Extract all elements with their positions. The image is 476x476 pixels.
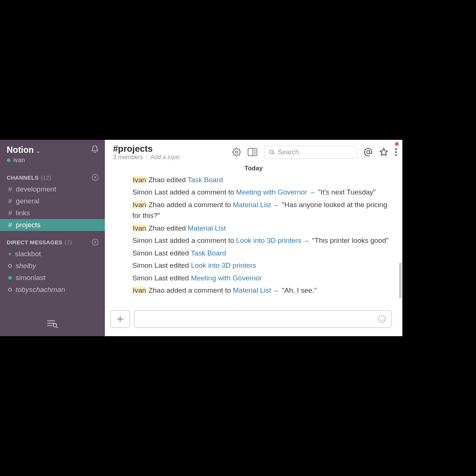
quick-switcher[interactable] bbox=[0, 312, 105, 336]
add-dm-icon[interactable] bbox=[91, 238, 99, 246]
comment-quote: "It's next Tuesday" bbox=[318, 188, 376, 196]
chevron-down-icon: ⌄ bbox=[36, 148, 41, 154]
presence-online-icon bbox=[8, 276, 12, 280]
comment-quote: "This printer looks good" bbox=[312, 237, 389, 244]
hash-icon: # bbox=[8, 185, 12, 193]
channel-heading: #projects 3 members | Add a topic bbox=[113, 144, 180, 161]
dm-name: tobyschachman bbox=[16, 286, 65, 294]
target-link[interactable]: Meeting with Governor bbox=[191, 274, 262, 282]
activity-row: Simon Last edited Task Board bbox=[132, 248, 392, 258]
hash-icon: # bbox=[8, 209, 12, 217]
target-link[interactable]: Task Board bbox=[188, 176, 223, 184]
main-pane: #projects 3 members | Add a topic bbox=[105, 140, 402, 336]
target-link[interactable]: Material List bbox=[233, 286, 271, 294]
search-input[interactable] bbox=[278, 148, 352, 156]
search-icon bbox=[269, 149, 275, 155]
sidebar-channel-links[interactable]: #links bbox=[0, 207, 105, 219]
channel-list: #development#general#links#projects bbox=[0, 183, 105, 231]
workspace-header: Notion ⌄ ivan bbox=[0, 140, 105, 166]
sidebar-channel-projects[interactable]: #projects bbox=[0, 219, 105, 231]
channel-title: #projects bbox=[113, 144, 180, 154]
target-link[interactable]: Task Board bbox=[191, 249, 226, 257]
search-box[interactable] bbox=[264, 146, 357, 159]
target-link[interactable]: Material List bbox=[188, 224, 226, 232]
toggle-pane-icon[interactable] bbox=[248, 148, 257, 156]
target-link[interactable]: Material List bbox=[233, 201, 271, 209]
svg-point-17 bbox=[270, 150, 273, 154]
sidebar-dm-slackbot[interactable]: ♥slackbot bbox=[0, 248, 105, 260]
sidebar: Notion ⌄ ivan CHANNELS (12) #developmen bbox=[0, 140, 105, 336]
dm-name: simonlast bbox=[16, 274, 45, 282]
dm-list: ♥slackbotshelbysimonlasttobyschachman bbox=[0, 248, 105, 296]
sidebar-dm-shelby[interactable]: shelby bbox=[0, 260, 105, 272]
hash-icon: # bbox=[8, 197, 12, 205]
presence-idle-icon bbox=[8, 288, 12, 292]
activity-row: Ivan Zhao edited Material List bbox=[132, 223, 392, 234]
current-user[interactable]: ivan bbox=[7, 157, 41, 164]
target-link[interactable]: Look into 3D printers bbox=[236, 237, 301, 244]
presence-idle-icon bbox=[8, 264, 12, 268]
settings-icon[interactable] bbox=[232, 148, 241, 157]
sidebar-dm-simonlast[interactable]: simonlast bbox=[0, 272, 105, 284]
svg-marker-20 bbox=[380, 148, 387, 155]
channels-count: (12) bbox=[41, 174, 51, 181]
channels-label: CHANNELS bbox=[7, 174, 39, 181]
highlighted-name: Ivan bbox=[132, 201, 147, 209]
highlighted-name: Ivan bbox=[132, 286, 147, 294]
highlighted-name: Ivan bbox=[132, 176, 147, 184]
channel-name: general bbox=[16, 197, 39, 205]
svg-point-23 bbox=[395, 154, 397, 156]
composer bbox=[105, 306, 402, 336]
activity-row: Simon Last edited Look into 3D printers bbox=[132, 260, 392, 271]
channel-name: development bbox=[16, 185, 57, 193]
svg-point-26 bbox=[379, 316, 385, 322]
separator: | bbox=[146, 154, 147, 161]
emoji-icon[interactable] bbox=[378, 315, 386, 323]
date-separator: Today bbox=[105, 164, 402, 174]
message-input[interactable] bbox=[140, 311, 378, 327]
comment-quote: "Ah, I see." bbox=[282, 286, 317, 294]
mentions-icon[interactable] bbox=[364, 148, 373, 157]
activity-row: Simon Last added a comment to Meeting wi… bbox=[132, 187, 392, 197]
channel-name: projects bbox=[16, 221, 41, 229]
sidebar-channel-development[interactable]: #development bbox=[0, 183, 105, 195]
dm-name: slackbot bbox=[15, 250, 41, 258]
target-link[interactable]: Look into 3D printers bbox=[191, 261, 256, 269]
dms-label: DIRECT MESSAGES bbox=[7, 239, 62, 245]
scrollbar[interactable] bbox=[399, 263, 402, 298]
activity-feed[interactable]: Ivan Zhao edited Task BoardSimon Last ad… bbox=[105, 174, 402, 306]
attach-button[interactable] bbox=[110, 310, 130, 328]
bell-icon[interactable] bbox=[91, 145, 99, 153]
activity-row: Ivan Zhao edited Task Board bbox=[132, 174, 392, 185]
dm-name: shelby bbox=[16, 262, 36, 270]
hash-icon: # bbox=[8, 221, 12, 229]
activity-row: Ivan Zhao added a comment to Material Li… bbox=[132, 199, 392, 221]
dms-count: (7) bbox=[65, 239, 72, 245]
channel-members[interactable]: 3 members bbox=[113, 154, 143, 161]
notification-dot-icon bbox=[395, 142, 399, 146]
heart-icon: ♥ bbox=[8, 251, 11, 257]
svg-point-21 bbox=[395, 148, 397, 150]
more-icon[interactable] bbox=[395, 148, 397, 156]
add-channel-icon[interactable] bbox=[91, 174, 99, 181]
channel-name: links bbox=[16, 209, 30, 217]
channel-topic[interactable]: Add a topic bbox=[150, 154, 180, 161]
activity-row: Ivan Zhao added a comment to Material Li… bbox=[132, 285, 392, 296]
presence-dot-icon bbox=[7, 158, 10, 162]
channels-header: CHANNELS (12) bbox=[0, 166, 105, 183]
message-box bbox=[134, 310, 392, 328]
sidebar-dm-tobyschachman[interactable]: tobyschachman bbox=[0, 284, 105, 296]
target-link[interactable]: Meeting with Governor bbox=[236, 188, 307, 196]
svg-point-22 bbox=[395, 151, 397, 153]
workspace-switcher[interactable]: Notion ⌄ bbox=[7, 145, 41, 155]
star-icon[interactable] bbox=[379, 148, 388, 157]
activity-row: Simon Last added a comment to Look into … bbox=[132, 235, 392, 246]
workspace-name: Notion bbox=[7, 145, 34, 155]
sidebar-channel-general[interactable]: #general bbox=[0, 195, 105, 207]
svg-point-19 bbox=[367, 151, 370, 154]
highlighted-name: Ivan bbox=[132, 224, 147, 232]
app-window: Notion ⌄ ivan CHANNELS (12) #developmen bbox=[0, 140, 402, 336]
current-user-name: ivan bbox=[13, 157, 25, 164]
activity-row: Simon Last edited Meeting with Governor bbox=[132, 273, 392, 283]
plus-icon bbox=[116, 315, 124, 323]
